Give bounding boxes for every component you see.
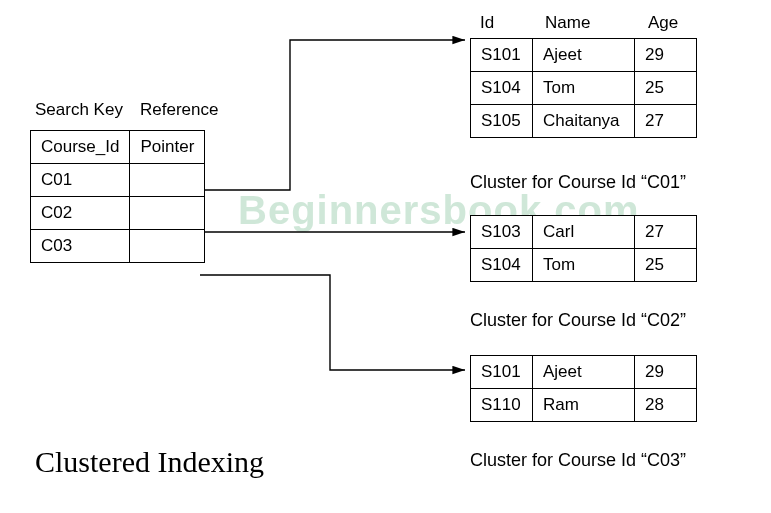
index-table: Course_Id Pointer C01 C02 C03 [30,130,205,263]
cluster-caption-c01: Cluster for Course Id “C01” [470,172,686,193]
table-row: S104 Tom 25 [471,72,697,105]
cell-id: S101 [471,39,533,72]
cell-id: S103 [471,216,533,249]
table-row: S101 Ajeet 29 [471,356,697,389]
cell-id: S104 [471,249,533,282]
arrow-c01 [200,40,465,190]
index-reference-label: Reference [140,100,218,120]
cell-id: S105 [471,105,533,138]
cell-age: 29 [635,39,697,72]
index-col-pointer: Pointer [130,131,205,164]
table-row: S105 Chaitanya 27 [471,105,697,138]
index-cell-course-id: C03 [31,230,130,263]
table-row: S103 Carl 27 [471,216,697,249]
table-row: S104 Tom 25 [471,249,697,282]
table-row: C03 [31,230,205,263]
index-col-course-id: Course_Id [31,131,130,164]
cell-id: S104 [471,72,533,105]
cell-name: Ajeet [533,39,635,72]
index-search-key-label: Search Key [35,100,123,120]
arrow-c03 [200,275,465,370]
cell-name: Ram [533,389,635,422]
cell-id: S110 [471,389,533,422]
cluster-table-c02: S103 Carl 27 S104 Tom 25 [470,215,697,282]
cell-name: Chaitanya [533,105,635,138]
cell-age: 25 [635,72,697,105]
cell-age: 27 [635,105,697,138]
cell-age: 25 [635,249,697,282]
diagram-title: Clustered Indexing [35,445,264,479]
cell-name: Tom [533,249,635,282]
index-header-row: Course_Id Pointer [31,131,205,164]
table-row: S110 Ram 28 [471,389,697,422]
index-cell-pointer [130,164,205,197]
cell-name: Carl [533,216,635,249]
index-cell-pointer [130,230,205,263]
cluster-col-age-label: Age [648,13,678,33]
cell-age: 28 [635,389,697,422]
cell-age: 27 [635,216,697,249]
table-row: C01 [31,164,205,197]
cell-age: 29 [635,356,697,389]
cell-name: Tom [533,72,635,105]
cluster-table-c01: S101 Ajeet 29 S104 Tom 25 S105 Chaitanya… [470,38,697,138]
cluster-table-c03: S101 Ajeet 29 S110 Ram 28 [470,355,697,422]
index-cell-course-id: C02 [31,197,130,230]
cluster-caption-c03: Cluster for Course Id “C03” [470,450,686,471]
index-cell-course-id: C01 [31,164,130,197]
index-cell-pointer [130,197,205,230]
cluster-col-name-label: Name [545,13,590,33]
table-row: C02 [31,197,205,230]
cluster-col-id-label: Id [480,13,494,33]
cell-id: S101 [471,356,533,389]
cell-name: Ajeet [533,356,635,389]
cluster-caption-c02: Cluster for Course Id “C02” [470,310,686,331]
table-row: S101 Ajeet 29 [471,39,697,72]
